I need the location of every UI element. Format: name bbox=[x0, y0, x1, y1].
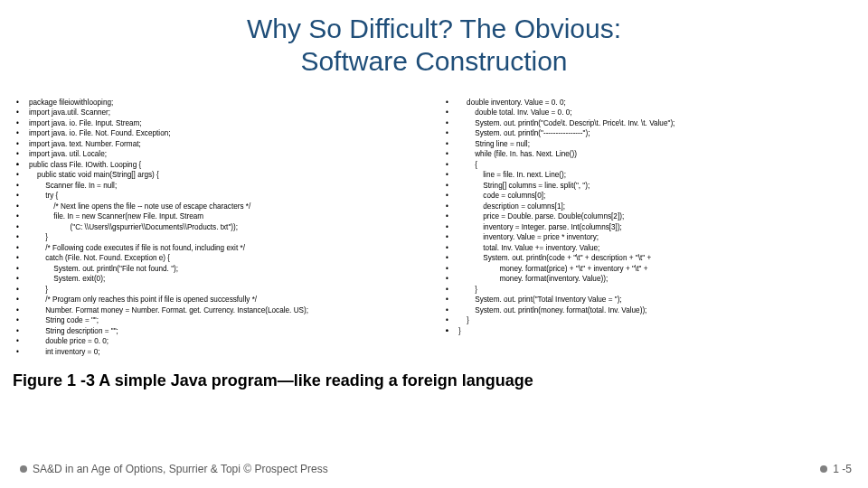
code-line: package fileiowithlooping; bbox=[9, 98, 429, 108]
footer-right: 1 -5 bbox=[820, 463, 852, 475]
page-number: 1 -5 bbox=[833, 463, 852, 475]
code-line: money. format(price) + "\t" + inventory … bbox=[439, 264, 859, 274]
code-line: } bbox=[9, 232, 429, 242]
code-line: int inventory = 0; bbox=[9, 347, 429, 357]
code-line: } bbox=[439, 315, 859, 325]
code-line: price = Double. parse. Double(columns[2]… bbox=[439, 211, 859, 221]
code-line: } bbox=[439, 285, 859, 295]
bullet-icon bbox=[20, 465, 27, 473]
code-line: String description = ""; bbox=[9, 326, 429, 336]
code-line: double total. Inv. Value = 0. 0; bbox=[439, 108, 859, 117]
code-line: inventory = Integer. parse. Int(columns[… bbox=[439, 222, 859, 232]
code-line: total. Inv. Value += inventory. Value; bbox=[439, 243, 859, 253]
code-line: System. out. println(money. format(total… bbox=[439, 305, 859, 315]
slide-footer: SA&D in an Age of Options, Spurrier & To… bbox=[0, 463, 868, 475]
code-left-column: package fileiowithlooping;import java.ut… bbox=[9, 98, 429, 357]
code-columns: package fileiowithlooping;import java.ut… bbox=[0, 78, 868, 357]
code-line: public static void main(String[] args) { bbox=[9, 170, 429, 180]
code-line: ("C: \\Users\\gspurrier\\Documents\\Prod… bbox=[9, 222, 429, 232]
title-line2: Software Construction bbox=[300, 46, 567, 76]
code-line: import java. io. File. Input. Stream; bbox=[9, 118, 429, 128]
bullet-icon bbox=[820, 465, 827, 473]
code-line: String code = ""; bbox=[9, 315, 429, 325]
title-line1: Why So Difficult? The Obvious: bbox=[247, 14, 621, 43]
code-line: } bbox=[9, 285, 429, 295]
code-line: /* Following code executes if file is no… bbox=[9, 243, 429, 253]
code-line: /* Program only reaches this point if fi… bbox=[9, 295, 429, 305]
code-line: double price = 0. 0; bbox=[9, 336, 429, 346]
code-line: line = file. In. next. Line(); bbox=[439, 170, 859, 180]
code-line: System. out. println("Code\t. Descrip\t.… bbox=[439, 118, 859, 128]
code-line: import java. io. File. Not. Found. Excep… bbox=[9, 128, 429, 138]
code-line: import java. util. Locale; bbox=[9, 149, 429, 159]
code-line: try { bbox=[9, 191, 429, 201]
code-line: Scanner file. In = null; bbox=[9, 181, 429, 191]
code-line: System. exit(0); bbox=[9, 274, 429, 284]
code-line: { bbox=[439, 160, 859, 170]
code-line: System. out. println("File not found. ")… bbox=[9, 264, 429, 274]
code-line: import java.util. Scanner; bbox=[9, 108, 429, 117]
figure-caption: Figure 1 -3 A simple Java program—like r… bbox=[0, 357, 868, 390]
code-line: System. out. println("----------------")… bbox=[439, 128, 859, 138]
code-line: file. In = new Scanner(new File. Input. … bbox=[9, 211, 429, 221]
code-line: String[] columns = line. split(", "); bbox=[439, 181, 859, 191]
code-line: System. out. print("Total Inventory Valu… bbox=[439, 295, 859, 305]
footer-credit: SA&D in an Age of Options, Spurrier & To… bbox=[33, 463, 328, 475]
code-line: money. format(inventory. Value)); bbox=[439, 274, 859, 284]
code-line: System. out. println(code + "\t" + descr… bbox=[439, 253, 859, 263]
code-line: } bbox=[439, 326, 859, 336]
code-line: code = columns[0]; bbox=[439, 191, 859, 201]
code-line: String line = null; bbox=[439, 139, 859, 149]
code-line: inventory. Value = price * inventory; bbox=[439, 232, 859, 242]
slide-title: Why So Difficult? The Obvious: Software … bbox=[0, 0, 868, 78]
code-line: public class File. IOwith. Looping { bbox=[9, 160, 429, 170]
code-line: /* Next line opens the file -- note use … bbox=[9, 202, 429, 211]
code-line: double inventory. Value = 0. 0; bbox=[439, 98, 859, 108]
code-line: Number. Format money = Number. Format. g… bbox=[9, 305, 429, 315]
footer-left: SA&D in an Age of Options, Spurrier & To… bbox=[20, 463, 328, 475]
code-right-column: double inventory. Value = 0. 0; double t… bbox=[439, 98, 859, 357]
code-line: description = columns[1]; bbox=[439, 202, 859, 211]
code-line: while (file. In. has. Next. Line()) bbox=[439, 149, 859, 159]
code-line: catch (File. Not. Found. Exception e) { bbox=[9, 253, 429, 263]
code-line: import java. text. Number. Format; bbox=[9, 139, 429, 149]
